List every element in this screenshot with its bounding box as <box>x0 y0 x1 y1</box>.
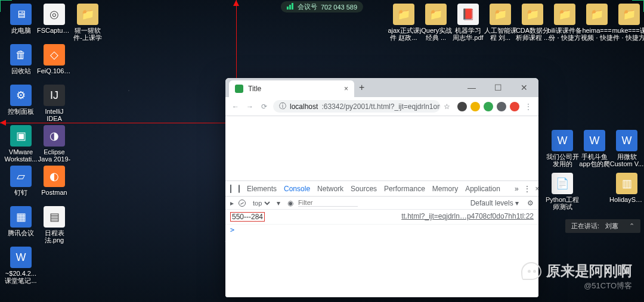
window-close-button[interactable]: ✕ <box>513 83 535 92</box>
desktop-icon-label: muke===课件 · 快捷方式 <box>612 27 644 41</box>
chat-bubble-icon <box>521 262 541 280</box>
desktop-icon[interactable]: ▣VMware Workstati... <box>4 125 38 163</box>
devtools-tab-performance[interactable]: Performance <box>384 185 425 193</box>
file-icon: 📕 <box>457 4 479 25</box>
desktop-icon[interactable]: 📁jQuery实战 经典 ... <box>419 4 453 41</box>
context-select[interactable]: top <box>250 199 272 207</box>
desktop-icon-label: 腾讯会议 <box>4 229 38 236</box>
file-icon: IJ <box>44 85 65 106</box>
device-toggle-icon[interactable] <box>239 185 240 193</box>
url-field[interactable]: ⓘ localhost:63342/py2001/tt.html?_ijt=eq… <box>273 100 440 113</box>
console-settings-icon[interactable]: ⚙ <box>527 199 534 207</box>
desktop-icon-label: Eclipse Java 2019-09 <box>37 148 72 163</box>
desktop-icon[interactable]: ⚙控制面板 <box>4 85 38 115</box>
devtools-close-icon[interactable]: × <box>535 185 538 193</box>
log-levels-dropdown[interactable]: Default levels ▾ <box>470 199 519 207</box>
desktop-icon[interactable]: 📁人工智能课程 刘... <box>483 4 518 41</box>
desktop-icon[interactable]: ▱钉钉 <box>4 166 38 196</box>
live-expression-icon[interactable]: ◉ <box>287 199 293 207</box>
extension-icon[interactable] <box>497 102 506 111</box>
meeting-pill: 会议号 702 043 589 <box>281 1 363 13</box>
console-log-message: 550---284 <box>230 212 265 222</box>
window-maximize-button[interactable]: ☐ <box>487 83 509 92</box>
console-prompt[interactable]: > <box>225 225 538 235</box>
desktop-icon-label: CDA数据分析师课程 ... <box>515 27 550 41</box>
console-filter-input[interactable] <box>298 199 358 207</box>
desktop-icon[interactable]: ▦腾讯会议 <box>4 206 38 236</box>
desktop-icon[interactable]: ◎FSCapture... <box>37 4 72 34</box>
desktop-icon[interactable]: IJIntelliJ IDEA 2018.2.1 ... <box>37 85 72 122</box>
extension-icon[interactable] <box>457 102 467 111</box>
desktop-icon[interactable]: W~$20.4.2... 课堂笔记... <box>4 247 38 284</box>
file-icon: 📁 <box>77 4 98 25</box>
file-icon: W <box>552 130 573 151</box>
nav-forward-button[interactable]: → <box>244 102 255 111</box>
devtools-tab-elements[interactable]: Elements <box>247 185 277 193</box>
file-icon: ◑ <box>44 125 65 147</box>
clear-console-icon[interactable] <box>239 200 246 207</box>
devtools-tab-console[interactable]: Console <box>284 185 310 193</box>
desktop-icon[interactable]: W我们公司开发用的git+gi... <box>545 130 580 167</box>
desktop-icon[interactable]: 🖥此电脑 <box>4 4 38 34</box>
devtools-tab-memory[interactable]: Memory <box>432 185 458 193</box>
console-sidebar-toggle-icon[interactable]: ▸ <box>230 199 234 207</box>
chrome-window: Title × + — ☐ ✕ ← → ⟳ ⓘ localhost:63342/… <box>225 78 538 297</box>
desktop-icon[interactable]: ▥HolidaySp... <box>609 173 644 203</box>
desktop-icon[interactable]: 📁CDA数据分析师课程 ... <box>515 4 550 41</box>
desktop-icon[interactable]: ◑Eclipse Java 2019-09 <box>37 125 72 163</box>
desktop-icon-label: ajax正式课件 赵政... <box>386 27 421 41</box>
desktop-icon[interactable]: 📁muke===课件 · 快捷方式 <box>612 4 644 41</box>
desktop-icon[interactable]: 🗑回收站 <box>4 44 38 74</box>
browser-tab[interactable]: Title × <box>229 80 354 97</box>
desktop-icon-label: 此电脑 <box>4 27 38 34</box>
page-content <box>225 116 538 180</box>
toast-collapse-icon[interactable]: ⌃ <box>629 222 634 230</box>
window-minimize-button[interactable]: — <box>461 83 482 92</box>
desktop-icon[interactable]: ◐Postman <box>37 166 72 196</box>
devtools-tab-application[interactable]: Application <box>465 185 500 193</box>
extensions-row <box>457 102 519 111</box>
desktop-icon[interactable]: 📕机器学习 周志华.pdf <box>451 4 485 41</box>
desktop-icon[interactable]: ▤日程表法.png <box>37 206 72 244</box>
nav-back-button[interactable]: ← <box>230 102 241 111</box>
file-icon: 📁 <box>490 4 511 25</box>
element-picker-icon[interactable] <box>230 185 231 193</box>
extension-icon[interactable] <box>470 102 480 111</box>
desktop-icon[interactable]: 📁bili课课件备份 · 快捷方式 <box>547 4 582 41</box>
extension-icon[interactable] <box>484 102 493 111</box>
window-controls: — ☐ ✕ <box>461 83 535 92</box>
annotation-arrow-horizontal <box>0 123 246 123</box>
desktop-icon-label: IntelliJ IDEA 2018.2.1 ... <box>37 108 72 122</box>
devtools-panel: ElementsConsoleNetworkSourcesPerformance… <box>225 180 538 297</box>
bookmark-star-icon[interactable]: ☆ <box>444 102 450 111</box>
extension-icon[interactable] <box>510 102 519 111</box>
nav-reload-button[interactable]: ⟳ <box>259 102 270 111</box>
desktop-icon[interactable]: ◇FeiQ.1060... <box>37 44 72 74</box>
desktop-icon[interactable]: 📁heima===视频 · 快捷方式 <box>580 4 614 41</box>
desktop-icon[interactable]: 📁ajax正式课件 赵政... <box>386 4 421 41</box>
devtools-overflow-icon[interactable]: » <box>515 185 519 193</box>
desktop-icon-label: ~$20.4.2... 课堂笔记... <box>4 270 38 284</box>
console-toolbar: ▸ top ▾ ◉ Default levels ▾ ⚙ <box>225 197 538 210</box>
devtools-menu-icon[interactable]: ⋮ <box>524 185 531 193</box>
desktop-icon[interactable]: W手机斗鱼app包的爬取.d... <box>577 130 612 167</box>
console-log-source-link[interactable]: tt.html?_ijt=eqjdrln…p4708cf0do7hh1tl:22 <box>401 212 534 222</box>
tab-close-icon[interactable]: × <box>344 85 348 93</box>
desktop-icon[interactable]: 📁猩一猩软件-上课学生不... <box>70 4 105 41</box>
new-tab-button[interactable]: + <box>359 82 364 93</box>
devtools-tab-network[interactable]: Network <box>317 185 343 193</box>
address-bar: ← → ⟳ ⓘ localhost:63342/py2001/tt.html?_… <box>225 97 538 116</box>
watermark-sub: @51CTO博客 <box>521 281 632 291</box>
toast-speaker: 刘蕙 <box>605 222 618 231</box>
desktop-icon[interactable]: W用微软 Custom V... <box>609 130 644 167</box>
file-icon: 📁 <box>554 4 575 25</box>
desktop-icon-label: 手机斗鱼app包的爬取.d... <box>577 153 612 167</box>
desktop-icon-label: 机器学习 周志华.pdf <box>451 27 485 41</box>
devtools-tabs: ElementsConsoleNetworkSourcesPerformance… <box>225 181 538 197</box>
menu-icon[interactable]: ⋮ <box>523 102 534 111</box>
desktop-icon[interactable]: 📄Python工程师测试题.pdf <box>545 173 580 210</box>
desktop-icon-label: Python工程师测试题.pdf <box>545 196 580 210</box>
devtools-tab-sources[interactable]: Sources <box>351 185 377 193</box>
arrow-up-icon <box>233 0 239 6</box>
file-icon: 📁 <box>586 4 608 25</box>
